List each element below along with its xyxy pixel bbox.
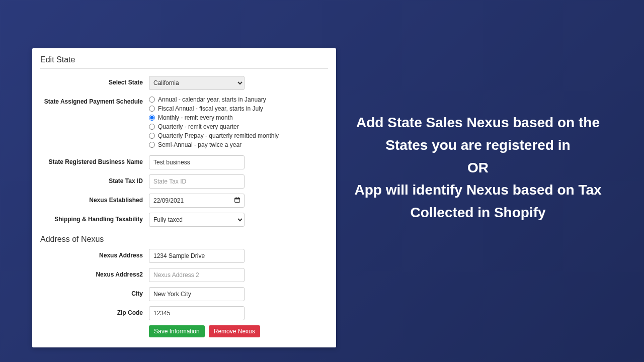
schedule-option-quarterly-prepay[interactable]: Quarterly Prepay - quarterly remitted mo… <box>149 132 279 139</box>
schedule-label: State Assigned Payment Schedule <box>40 95 149 105</box>
nexus-address2-input[interactable] <box>149 268 245 282</box>
tax-id-label: State Tax ID <box>40 174 149 185</box>
zip-input[interactable] <box>149 306 245 320</box>
select-state-dropdown[interactable]: California <box>149 76 245 90</box>
promo-text: Add State Sales Nexus based on the State… <box>352 112 604 224</box>
schedule-option-annual[interactable]: Annual - calendar year, starts in Januar… <box>149 96 279 103</box>
schedule-option-label: Quarterly - remit every quarter <box>158 123 239 130</box>
divider <box>40 68 328 69</box>
row-nexus-address2: Nexus Address2 <box>40 268 328 282</box>
schedule-option-fiscal[interactable]: Fiscal Annual - fiscal year, starts in J… <box>149 105 279 112</box>
schedule-option-semi-annual[interactable]: Semi-Annual - pay twice a year <box>149 141 279 148</box>
city-label: City <box>40 287 149 297</box>
schedule-option-label: Semi-Annual - pay twice a year <box>158 141 242 148</box>
row-zip: Zip Code <box>40 306 328 320</box>
schedule-option-label: Fiscal Annual - fiscal year, starts in J… <box>158 105 263 112</box>
shipping-tax-dropdown[interactable]: Fully taxed <box>149 213 245 227</box>
schedule-option-label: Monthly - remit every month <box>158 114 233 121</box>
address-section-title: Address of Nexus <box>40 232 328 249</box>
select-state-label: Select State <box>40 76 149 86</box>
nexus-established-input[interactable] <box>149 194 245 208</box>
remove-button[interactable]: Remove Nexus <box>209 325 260 337</box>
row-tax-id: State Tax ID <box>40 174 328 189</box>
promo-line-3: App will identify Nexus based on Tax Col… <box>352 179 604 224</box>
nexus-address-label: Nexus Address <box>40 249 149 259</box>
row-business-name: State Registered Business Name <box>40 155 328 169</box>
schedule-radio-group: Annual - calendar year, starts in Januar… <box>149 95 279 150</box>
nexus-address-input[interactable] <box>149 249 245 263</box>
business-name-label: State Registered Business Name <box>40 155 149 165</box>
schedule-option-label: Quarterly Prepay - quarterly remitted mo… <box>158 132 279 139</box>
row-select-state: Select State California <box>40 76 328 90</box>
business-name-input[interactable] <box>149 155 245 169</box>
promo-line-2: OR <box>352 157 604 179</box>
shipping-tax-label: Shipping & Handling Taxability <box>40 213 149 223</box>
promo-line-1: Add State Sales Nexus based on the State… <box>352 112 604 157</box>
schedule-option-label: Annual - calendar year, starts in Januar… <box>158 96 266 103</box>
row-schedule: State Assigned Payment Schedule Annual -… <box>40 95 328 150</box>
city-input[interactable] <box>149 287 245 301</box>
zip-label: Zip Code <box>40 306 149 316</box>
schedule-option-monthly[interactable]: Monthly - remit every month <box>149 114 279 121</box>
edit-state-card: Edit State Select State California State… <box>32 48 336 347</box>
row-city: City <box>40 287 328 301</box>
tax-id-input[interactable] <box>149 174 245 189</box>
card-title: Edit State <box>40 55 328 68</box>
nexus-established-label: Nexus Established <box>40 194 149 204</box>
save-button[interactable]: Save Information <box>149 325 205 337</box>
row-nexus-established: Nexus Established <box>40 194 328 208</box>
schedule-option-quarterly[interactable]: Quarterly - remit every quarter <box>149 123 279 130</box>
button-row: Save Information Remove Nexus <box>149 325 328 337</box>
nexus-address2-label: Nexus Address2 <box>40 268 149 278</box>
row-shipping-tax: Shipping & Handling Taxability Fully tax… <box>40 213 328 227</box>
row-nexus-address: Nexus Address <box>40 249 328 263</box>
